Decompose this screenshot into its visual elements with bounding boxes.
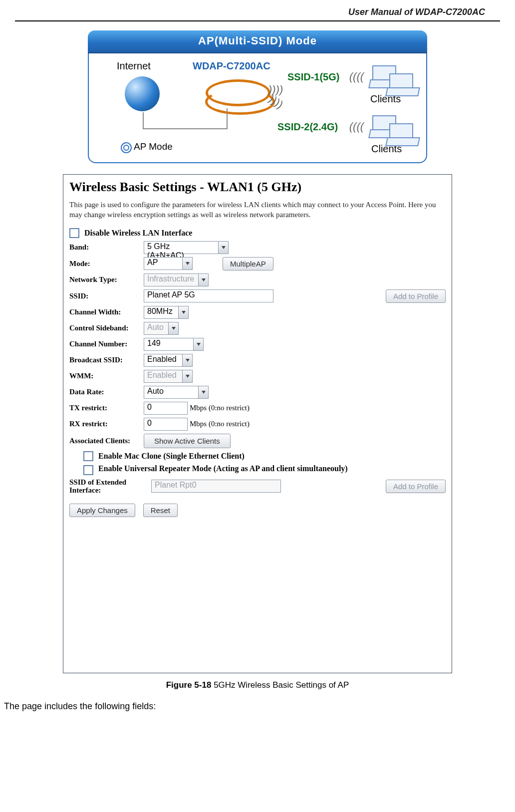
connector-line bbox=[227, 108, 228, 129]
ssid-ext-label: SSID of Extended Interface: bbox=[69, 478, 151, 495]
chevron-down-icon bbox=[219, 241, 229, 254]
ssid-label: SSID: bbox=[69, 292, 144, 300]
tx-restrict-input[interactable]: 0 bbox=[144, 402, 188, 415]
channel-width-select[interactable]: 80MHz bbox=[144, 306, 189, 319]
network-type-select[interactable]: Infrastructure bbox=[144, 273, 209, 286]
universal-repeater-checkbox[interactable] bbox=[83, 465, 93, 475]
mac-clone-label: Enable Mac Clone (Single Ethernet Client… bbox=[98, 452, 245, 461]
chevron-down-icon bbox=[199, 386, 209, 399]
channel-width-label: Channel Width: bbox=[69, 308, 144, 316]
add-to-profile-button[interactable]: Add to Profile bbox=[386, 289, 446, 303]
reset-button[interactable]: Reset bbox=[143, 504, 178, 517]
band-label: Band: bbox=[69, 243, 144, 252]
disable-wlan-label: Disable Wireless LAN Interface bbox=[84, 229, 192, 238]
multiple-ap-button[interactable]: MultipleAP bbox=[223, 257, 273, 271]
body-text: The page includes the following fields: bbox=[4, 701, 511, 712]
ap-mode-label: AP Mode bbox=[134, 141, 173, 152]
page-header: User Manual of WDAP-C7200AC bbox=[0, 0, 515, 20]
tx-restrict-unit: Mbps (0:no restrict) bbox=[190, 404, 250, 412]
broadcast-ssid-select[interactable]: Enabled bbox=[144, 354, 193, 367]
channel-width-value: 80MHz bbox=[144, 306, 179, 319]
figure-text: 5GHz Wireless Basic Settings of AP bbox=[211, 680, 349, 690]
broadcast-ssid-label: Broadcast SSID: bbox=[69, 356, 144, 364]
connector-line bbox=[143, 128, 227, 129]
header-rule bbox=[15, 20, 500, 21]
network-type-label: Network Type: bbox=[69, 275, 144, 284]
apply-changes-button[interactable]: Apply Changes bbox=[69, 504, 135, 517]
ssid-ext-input[interactable]: Planet Rpt0 bbox=[151, 480, 281, 493]
wmm-select[interactable]: Enabled bbox=[144, 370, 193, 383]
device-label: WDAP-C7200AC bbox=[193, 60, 270, 72]
ap-mode-icon bbox=[121, 142, 132, 153]
mode-label: Mode: bbox=[69, 260, 144, 268]
globe-icon bbox=[125, 76, 160, 111]
wifi-waves-icon: (((( bbox=[348, 120, 365, 133]
internet-label: Internet bbox=[117, 60, 151, 72]
ssid1-label: SSID-1(5G) bbox=[287, 71, 339, 83]
data-rate-label: Data Rate: bbox=[69, 388, 144, 396]
wmm-label: WMM: bbox=[69, 372, 144, 380]
channel-number-value: 149 bbox=[144, 338, 194, 351]
wifi-waves-icon: (((( bbox=[348, 70, 365, 83]
broadcast-ssid-value: Enabled bbox=[144, 354, 183, 367]
band-value: 5 GHz (A+N+AC) bbox=[144, 241, 219, 254]
figure-caption: Figure 5-18 5GHz Wireless Basic Settings… bbox=[0, 680, 515, 690]
tx-restrict-label: TX restrict: bbox=[69, 404, 144, 412]
disable-wlan-checkbox[interactable] bbox=[69, 228, 79, 238]
show-active-clients-button[interactable]: Show Active Clients bbox=[144, 434, 231, 448]
laptop-icon bbox=[386, 73, 417, 95]
associated-clients-label: Associated Clients: bbox=[69, 437, 144, 445]
rx-restrict-label: RX restrict: bbox=[69, 420, 144, 428]
chevron-down-icon bbox=[183, 370, 193, 383]
universal-repeater-label: Enable Universal Repeater Mode (Acting a… bbox=[98, 464, 348, 473]
settings-heading: Wireless Basic Settings - WLAN1 (5 GHz) bbox=[69, 180, 446, 195]
data-rate-select[interactable]: Auto bbox=[144, 386, 209, 399]
wmm-value: Enabled bbox=[144, 370, 183, 383]
ap-device-icon bbox=[199, 76, 273, 109]
network-type-value: Infrastructure bbox=[144, 273, 199, 286]
chevron-down-icon bbox=[199, 273, 209, 286]
chevron-down-icon bbox=[183, 354, 193, 367]
diagram-title: AP(Multi-SSID) Mode bbox=[88, 30, 427, 53]
chevron-down-icon bbox=[169, 322, 179, 335]
ssid-input[interactable]: Planet AP 5G bbox=[144, 289, 273, 302]
laptop-icon bbox=[386, 123, 417, 145]
figure-number: Figure 5-18 bbox=[166, 680, 212, 690]
mode-value: AP bbox=[144, 257, 183, 270]
mode-diagram: AP(Multi-SSID) Mode Internet WDAP-C7200A… bbox=[88, 30, 427, 163]
chevron-down-icon bbox=[194, 338, 204, 351]
mode-select[interactable]: AP bbox=[144, 257, 193, 270]
band-select[interactable]: 5 GHz (A+N+AC) bbox=[144, 241, 229, 254]
channel-number-label: Channel Number: bbox=[69, 340, 144, 348]
settings-description: This page is used to configure the param… bbox=[69, 200, 446, 220]
add-to-profile-button-2[interactable]: Add to Profile bbox=[386, 480, 446, 493]
data-rate-value: Auto bbox=[144, 386, 199, 399]
control-sideband-label: Control Sideband: bbox=[69, 324, 144, 332]
chevron-down-icon bbox=[183, 257, 193, 270]
control-sideband-select[interactable]: Auto bbox=[144, 322, 179, 335]
connector-line bbox=[143, 112, 144, 129]
control-sideband-value: Auto bbox=[144, 322, 169, 335]
ssid2-label: SSID-2(2.4G) bbox=[277, 121, 338, 133]
chevron-down-icon bbox=[179, 306, 189, 319]
channel-number-select[interactable]: 149 bbox=[144, 338, 204, 351]
settings-screenshot: Wireless Basic Settings - WLAN1 (5 GHz) … bbox=[63, 174, 452, 673]
rx-restrict-unit: Mbps (0:no restrict) bbox=[190, 420, 250, 428]
rx-restrict-input[interactable]: 0 bbox=[144, 418, 188, 431]
mac-clone-checkbox[interactable] bbox=[83, 451, 93, 461]
